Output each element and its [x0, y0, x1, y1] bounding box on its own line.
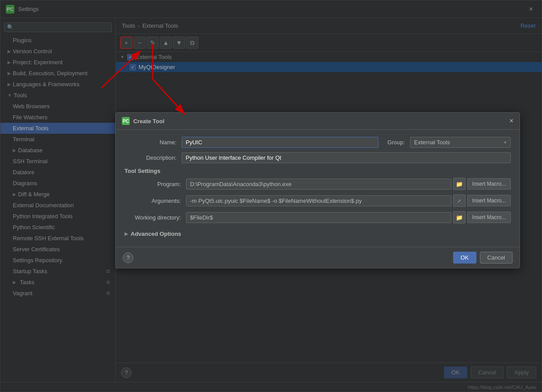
- description-label: Description:: [125, 154, 182, 161]
- program-input-wrap: 📁 Insert Macro...: [186, 178, 511, 190]
- arguments-input[interactable]: [186, 195, 451, 206]
- program-browse-button[interactable]: 📁: [453, 178, 465, 190]
- group-field-label: Group:: [384, 139, 410, 146]
- group-part: Group: External Tools: [384, 137, 511, 148]
- advanced-options-label: Advanced Options: [131, 231, 181, 237]
- working-dir-input[interactable]: [186, 212, 451, 223]
- name-label: Name:: [125, 139, 182, 146]
- dialog-body: Name: Group: External Tools Description:…: [116, 130, 520, 247]
- dialog-ok-button[interactable]: OK: [453, 252, 476, 264]
- working-dir-label: Working directory:: [125, 214, 186, 221]
- description-input[interactable]: [182, 152, 511, 163]
- group-select[interactable]: External Tools: [410, 137, 511, 148]
- dialog-buttons: ? OK Cancel: [116, 247, 520, 268]
- dialog-icon: PC: [122, 117, 130, 125]
- working-dir-browse-button[interactable]: 📁: [453, 211, 465, 223]
- create-tool-dialog: PC Create Tool × Name: Group: External T…: [115, 112, 520, 268]
- name-input[interactable]: [182, 137, 378, 148]
- advanced-expand-arrow-icon: ▶: [125, 231, 128, 237]
- dialog-help-button[interactable]: ?: [123, 253, 133, 263]
- description-row: Description:: [125, 152, 511, 163]
- arguments-expand-button[interactable]: ⤢: [453, 194, 465, 207]
- program-insert-macro-button[interactable]: Insert Macro...: [467, 178, 511, 190]
- name-group-row: Name: Group: External Tools: [125, 137, 511, 148]
- dialog-close-button[interactable]: ×: [509, 117, 513, 125]
- arguments-label: Arguments:: [125, 198, 186, 204]
- working-dir-row: Working directory: 📁 Insert Macro...: [125, 211, 511, 223]
- group-select-wrap: External Tools: [410, 137, 511, 148]
- program-input[interactable]: [186, 179, 451, 190]
- tool-settings-title: Tool Settings: [125, 168, 511, 174]
- program-label: Program:: [125, 181, 186, 187]
- program-row: Program: 📁 Insert Macro...: [125, 178, 511, 190]
- advanced-options-row[interactable]: ▶ Advanced Options: [125, 228, 511, 240]
- working-dir-insert-macro-button[interactable]: Insert Macro...: [467, 212, 511, 223]
- arguments-row: Arguments: ⤢ Insert Macro...: [125, 194, 511, 207]
- arguments-input-wrap: ⤢ Insert Macro...: [186, 194, 511, 207]
- name-part: Name:: [125, 137, 378, 148]
- dialog-title-bar: PC Create Tool ×: [116, 113, 520, 130]
- working-dir-input-wrap: 📁 Insert Macro...: [186, 211, 511, 223]
- dialog-cancel-button[interactable]: Cancel: [480, 252, 513, 264]
- arguments-insert-macro-button[interactable]: Insert Macro...: [467, 195, 511, 206]
- dialog-title: Create Tool: [133, 118, 165, 125]
